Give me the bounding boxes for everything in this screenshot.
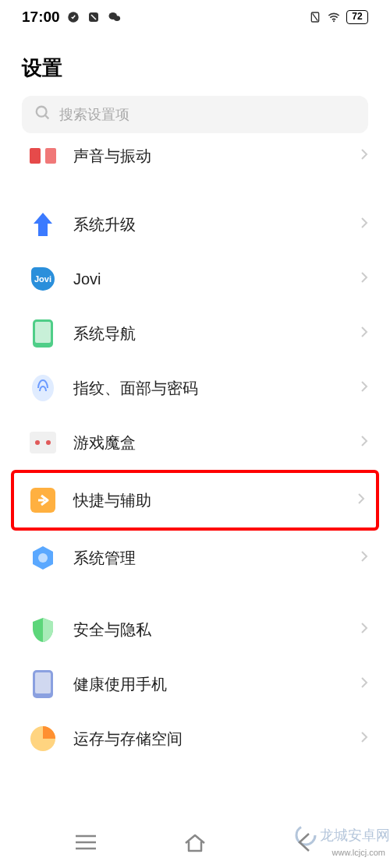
sysmgr-label: 系统管理: [73, 548, 343, 569]
svg-rect-13: [30, 432, 56, 453]
health-icon: [30, 671, 56, 697]
storage-icon: [30, 725, 56, 752]
jovi-icon: Jovi: [30, 266, 56, 292]
menu-icon[interactable]: [72, 828, 100, 856]
svg-rect-11: [35, 322, 51, 343]
list-item-shortcut[interactable]: 快捷与辅助: [14, 473, 376, 528]
chevron-right-icon: [360, 435, 368, 451]
search-icon: [34, 104, 51, 125]
system-nav-bar: [0, 817, 390, 868]
status-bar: 17:00 72: [0, 0, 390, 31]
fingerprint-label: 指纹、面部与密码: [73, 378, 343, 399]
svg-rect-20: [35, 672, 51, 693]
sound-label: 声音与振动: [73, 146, 343, 167]
highlight-box: 快捷与辅助: [11, 470, 379, 531]
svg-rect-8: [45, 148, 56, 164]
no-sim-icon: [309, 11, 321, 23]
svg-point-5: [333, 20, 335, 22]
upgrade-label: 系统升级: [73, 214, 343, 235]
app-icon-1: [87, 10, 101, 24]
list-item-health[interactable]: 健康使用手机: [0, 657, 390, 711]
chevron-right-icon: [360, 148, 368, 164]
notification-icon: [66, 10, 80, 24]
upgrade-icon: [30, 211, 56, 238]
safe-label: 安全与隐私: [73, 619, 343, 640]
list-item-safe[interactable]: 安全与隐私: [0, 602, 390, 657]
svg-point-18: [38, 553, 48, 563]
shield-icon: [30, 616, 56, 643]
list-item-sound[interactable]: 声音与振动: [0, 139, 390, 180]
game-label: 游戏魔盒: [73, 432, 343, 453]
chevron-right-icon: [360, 271, 368, 288]
chevron-right-icon: [360, 380, 368, 397]
game-icon: [30, 429, 56, 456]
battery-indicator: 72: [346, 10, 368, 24]
shortcut-label: 快捷与辅助: [73, 490, 340, 511]
settings-list: 声音与振动 系统升级 Jovi Jovi 系统导航: [0, 139, 390, 766]
list-item-nav[interactable]: 系统导航: [0, 306, 390, 361]
sysmgr-icon: [30, 545, 56, 571]
chevron-right-icon: [360, 622, 368, 638]
chevron-right-icon: [360, 326, 368, 342]
chevron-right-icon: [357, 492, 365, 509]
status-time: 17:00: [22, 9, 60, 26]
nav-label: 系统导航: [73, 323, 343, 344]
list-item-jovi[interactable]: Jovi Jovi: [0, 252, 390, 306]
home-icon[interactable]: [181, 828, 209, 856]
list-item-fingerprint[interactable]: 指纹、面部与密码: [0, 361, 390, 415]
search-placeholder: 搜索设置项: [59, 105, 129, 124]
list-item-game[interactable]: 游戏魔盒: [0, 415, 390, 470]
svg-point-6: [37, 107, 47, 117]
wifi-icon: [326, 11, 342, 23]
back-icon[interactable]: [290, 828, 318, 856]
chevron-right-icon: [360, 731, 368, 747]
svg-point-15: [46, 440, 51, 445]
svg-text:Jovi: Jovi: [34, 274, 51, 284]
status-left: 17:00: [22, 9, 122, 26]
shortcut-icon: [30, 487, 56, 513]
status-right: 72: [309, 10, 368, 24]
nav-icon: [30, 320, 56, 347]
list-item-upgrade[interactable]: 系统升级: [0, 197, 390, 252]
chevron-right-icon: [360, 217, 368, 233]
storage-label: 运存与存储空间: [73, 729, 343, 750]
chevron-right-icon: [360, 676, 368, 693]
list-item-sysmgr[interactable]: 系统管理: [0, 531, 390, 585]
sound-icon: [30, 143, 56, 169]
page-title: 设置: [0, 31, 390, 96]
chevron-right-icon: [360, 550, 368, 566]
fingerprint-icon: [30, 375, 56, 401]
search-bar[interactable]: 搜索设置项: [22, 96, 368, 133]
svg-rect-7: [30, 148, 41, 164]
svg-point-3: [113, 16, 119, 21]
svg-point-12: [32, 375, 54, 401]
svg-point-14: [35, 440, 40, 445]
wechat-icon: [107, 10, 122, 24]
jovi-label: Jovi: [73, 270, 343, 288]
health-label: 健康使用手机: [73, 674, 343, 695]
list-item-storage[interactable]: 运存与存储空间: [0, 711, 390, 766]
